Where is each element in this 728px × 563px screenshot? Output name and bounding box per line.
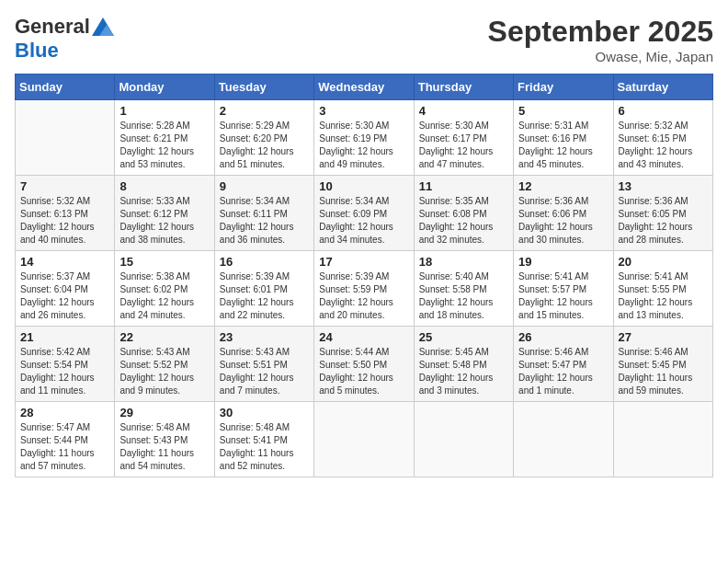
day-number: 30: [220, 406, 309, 419]
day-number: 22: [119, 330, 209, 344]
day-number: 15: [119, 255, 209, 269]
calendar-cell: 1Sunrise: 5:28 AM Sunset: 6:21 PM Daylig…: [115, 100, 214, 176]
weekday-header-thursday: Thursday: [414, 75, 513, 100]
weekday-header-saturday: Saturday: [613, 75, 712, 100]
day-info: Sunrise: 5:46 AM Sunset: 5:45 PM Dayligh…: [619, 346, 708, 397]
day-info: Sunrise: 5:37 AM Sunset: 6:04 PM Dayligh…: [20, 270, 109, 322]
day-info: Sunrise: 5:38 AM Sunset: 6:02 PM Dayligh…: [119, 270, 209, 322]
day-info: Sunrise: 5:31 AM Sunset: 6:16 PM Dayligh…: [518, 120, 608, 171]
calendar-cell: 18Sunrise: 5:40 AM Sunset: 5:58 PM Dayli…: [414, 251, 513, 327]
calendar-cell: 8Sunrise: 5:33 AM Sunset: 6:12 PM Daylig…: [115, 176, 214, 251]
weekday-header-friday: Friday: [514, 75, 613, 100]
weekday-header-monday: Monday: [115, 75, 214, 100]
day-info: Sunrise: 5:30 AM Sunset: 6:17 PM Dayligh…: [419, 120, 508, 171]
day-number: 12: [518, 179, 608, 193]
day-info: Sunrise: 5:39 AM Sunset: 6:01 PM Dayligh…: [220, 270, 309, 322]
calendar-cell: 22Sunrise: 5:43 AM Sunset: 5:52 PM Dayli…: [115, 327, 214, 402]
calendar-cell: 28Sunrise: 5:47 AM Sunset: 5:44 PM Dayli…: [16, 402, 115, 477]
day-number: 4: [419, 104, 508, 118]
day-info: Sunrise: 5:30 AM Sunset: 6:19 PM Dayligh…: [319, 120, 408, 171]
calendar-cell: 20Sunrise: 5:41 AM Sunset: 5:55 PM Dayli…: [613, 251, 712, 327]
location: Owase, Mie, Japan: [488, 49, 713, 64]
day-number: 3: [319, 104, 408, 118]
page-header: General Blue September 2025 Owase, Mie, …: [15, 15, 713, 64]
calendar-table: SundayMondayTuesdayWednesdayThursdayFrid…: [15, 74, 713, 477]
day-number: 5: [518, 104, 608, 118]
calendar-cell: 19Sunrise: 5:41 AM Sunset: 5:57 PM Dayli…: [514, 251, 613, 327]
day-info: Sunrise: 5:45 AM Sunset: 5:48 PM Dayligh…: [419, 346, 508, 397]
day-number: 20: [619, 255, 708, 269]
day-info: Sunrise: 5:39 AM Sunset: 5:59 PM Dayligh…: [319, 270, 408, 322]
logo-icon: [92, 17, 114, 36]
day-number: 1: [119, 104, 209, 118]
calendar-cell: 10Sunrise: 5:34 AM Sunset: 6:09 PM Dayli…: [314, 176, 414, 251]
day-number: 9: [220, 179, 309, 193]
day-number: 14: [20, 255, 109, 269]
day-number: 26: [518, 330, 608, 344]
calendar-week-1: 1Sunrise: 5:28 AM Sunset: 6:21 PM Daylig…: [16, 100, 713, 176]
day-info: Sunrise: 5:46 AM Sunset: 5:47 PM Dayligh…: [518, 346, 608, 397]
weekday-header-tuesday: Tuesday: [214, 75, 313, 100]
day-number: 6: [619, 104, 708, 118]
calendar-cell: 9Sunrise: 5:34 AM Sunset: 6:11 PM Daylig…: [214, 176, 313, 251]
day-number: 11: [419, 179, 508, 193]
calendar-cell: 15Sunrise: 5:38 AM Sunset: 6:02 PM Dayli…: [115, 251, 214, 327]
day-info: Sunrise: 5:36 AM Sunset: 6:06 PM Dayligh…: [518, 195, 608, 247]
day-info: Sunrise: 5:36 AM Sunset: 6:05 PM Dayligh…: [619, 195, 708, 247]
calendar-cell: 12Sunrise: 5:36 AM Sunset: 6:06 PM Dayli…: [514, 176, 613, 251]
day-number: 19: [518, 255, 608, 269]
calendar-week-5: 28Sunrise: 5:47 AM Sunset: 5:44 PM Dayli…: [16, 402, 713, 477]
day-info: Sunrise: 5:29 AM Sunset: 6:20 PM Dayligh…: [220, 120, 309, 171]
calendar-cell: [514, 402, 613, 477]
calendar-cell: [314, 402, 414, 477]
day-info: Sunrise: 5:28 AM Sunset: 6:21 PM Dayligh…: [119, 120, 209, 171]
title-area: September 2025 Owase, Mie, Japan: [488, 15, 713, 64]
day-info: Sunrise: 5:34 AM Sunset: 6:11 PM Dayligh…: [220, 195, 309, 247]
calendar-cell: [16, 100, 115, 176]
day-number: 28: [20, 406, 109, 419]
day-number: 10: [319, 179, 408, 193]
calendar-cell: 30Sunrise: 5:48 AM Sunset: 5:41 PM Dayli…: [214, 402, 313, 477]
day-info: Sunrise: 5:43 AM Sunset: 5:51 PM Dayligh…: [220, 346, 309, 397]
day-number: 17: [319, 255, 408, 269]
day-number: 21: [20, 330, 109, 344]
day-number: 18: [419, 255, 508, 269]
calendar-cell: [414, 402, 513, 477]
month-title: September 2025: [488, 15, 713, 49]
calendar-cell: 23Sunrise: 5:43 AM Sunset: 5:51 PM Dayli…: [214, 327, 313, 402]
day-number: 29: [119, 406, 209, 419]
calendar-week-4: 21Sunrise: 5:42 AM Sunset: 5:54 PM Dayli…: [16, 327, 713, 402]
calendar-cell: 13Sunrise: 5:36 AM Sunset: 6:05 PM Dayli…: [613, 176, 712, 251]
day-info: Sunrise: 5:32 AM Sunset: 6:13 PM Dayligh…: [20, 195, 109, 247]
day-number: 7: [20, 179, 109, 193]
calendar-cell: 4Sunrise: 5:30 AM Sunset: 6:17 PM Daylig…: [414, 100, 513, 176]
calendar-cell: 7Sunrise: 5:32 AM Sunset: 6:13 PM Daylig…: [16, 176, 115, 251]
calendar-cell: 27Sunrise: 5:46 AM Sunset: 5:45 PM Dayli…: [613, 327, 712, 402]
calendar-cell: 21Sunrise: 5:42 AM Sunset: 5:54 PM Dayli…: [16, 327, 115, 402]
calendar-week-2: 7Sunrise: 5:32 AM Sunset: 6:13 PM Daylig…: [16, 176, 713, 251]
weekday-header-sunday: Sunday: [16, 75, 115, 100]
day-info: Sunrise: 5:48 AM Sunset: 5:43 PM Dayligh…: [119, 421, 209, 473]
day-number: 2: [220, 104, 309, 118]
logo-blue-text: Blue: [15, 39, 59, 63]
weekday-header-row: SundayMondayTuesdayWednesdayThursdayFrid…: [16, 75, 713, 100]
calendar-week-3: 14Sunrise: 5:37 AM Sunset: 6:04 PM Dayli…: [16, 251, 713, 327]
day-info: Sunrise: 5:48 AM Sunset: 5:41 PM Dayligh…: [220, 421, 309, 473]
logo-general-text: General: [15, 15, 90, 39]
day-number: 13: [619, 179, 708, 193]
calendar-cell: [613, 402, 712, 477]
day-info: Sunrise: 5:32 AM Sunset: 6:15 PM Dayligh…: [619, 120, 708, 171]
logo: General Blue: [15, 15, 114, 63]
day-info: Sunrise: 5:34 AM Sunset: 6:09 PM Dayligh…: [319, 195, 408, 247]
day-info: Sunrise: 5:40 AM Sunset: 5:58 PM Dayligh…: [419, 270, 508, 322]
calendar-cell: 24Sunrise: 5:44 AM Sunset: 5:50 PM Dayli…: [314, 327, 414, 402]
calendar-cell: 25Sunrise: 5:45 AM Sunset: 5:48 PM Dayli…: [414, 327, 513, 402]
calendar-cell: 26Sunrise: 5:46 AM Sunset: 5:47 PM Dayli…: [514, 327, 613, 402]
calendar-cell: 29Sunrise: 5:48 AM Sunset: 5:43 PM Dayli…: [115, 402, 214, 477]
day-info: Sunrise: 5:35 AM Sunset: 6:08 PM Dayligh…: [419, 195, 508, 247]
day-info: Sunrise: 5:43 AM Sunset: 5:52 PM Dayligh…: [119, 346, 209, 397]
calendar-cell: 2Sunrise: 5:29 AM Sunset: 6:20 PM Daylig…: [214, 100, 313, 176]
day-number: 25: [419, 330, 508, 344]
day-number: 27: [619, 330, 708, 344]
calendar-cell: 5Sunrise: 5:31 AM Sunset: 6:16 PM Daylig…: [514, 100, 613, 176]
